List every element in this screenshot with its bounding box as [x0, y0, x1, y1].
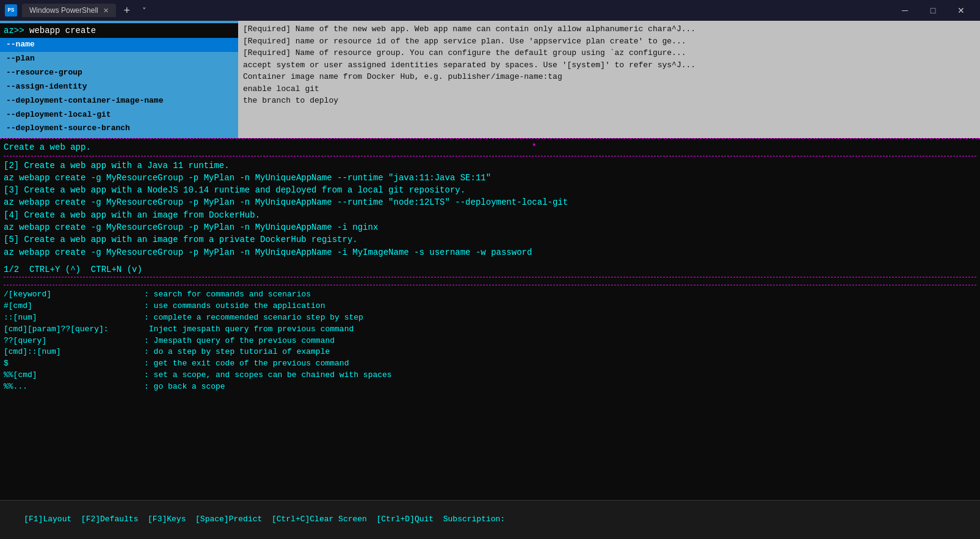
- ac-desc-rg: [Required] Name of resource group. You c…: [243, 47, 975, 59]
- powershell-tab[interactable]: Windows PowerShell ✕: [22, 4, 116, 17]
- app-icon: PS: [5, 4, 17, 16]
- tab-close-icon[interactable]: ✕: [103, 7, 109, 15]
- autocomplete-items-list: az>> webapp create --name --plan --resou…: [0, 21, 238, 138]
- autocomplete-descriptions: [Required] Name of the new web app. Web …: [238, 21, 980, 138]
- ac-desc-plan: [Required] name or resource id of the ap…: [243, 35, 975, 48]
- autocomplete-item-plan[interactable]: --plan: [0, 52, 238, 66]
- ac-desc-identity: accept system or user assigned identitie…: [243, 59, 975, 72]
- tab-bar: Windows PowerShell ✕ + ˅: [22, 0, 153, 21]
- autocomplete-item-resource-group[interactable]: --resource-group: [0, 66, 238, 80]
- help-item-keyword: /[keyword] : search for commands and sce…: [4, 289, 976, 301]
- section-header: Create a web app. *: [4, 140, 976, 155]
- help-item-jmespath-inject: [cmd][param]??[query]: Inject jmespath q…: [4, 324, 976, 336]
- help-item-back: %%... : go back a scope: [4, 381, 976, 393]
- help-item-scope: %%[cmd] : set a scope, and scopes can be…: [4, 370, 976, 381]
- ac-desc-branch: the branch to deploy: [243, 95, 975, 107]
- tab-dropdown-button[interactable]: ˅: [137, 0, 153, 21]
- example-4-command: az webapp create -g MyResourceGroup -p M…: [4, 221, 976, 233]
- example-2-header: [2] Create a web app with a Java 11 runt…: [4, 160, 976, 172]
- help-item-num: ::[num] : complete a recommended scenari…: [4, 312, 976, 324]
- close-button[interactable]: ✕: [947, 0, 975, 21]
- asterisk: *: [532, 141, 976, 153]
- tab-label: Windows PowerShell: [29, 6, 98, 15]
- autocomplete-item-assign-identity[interactable]: --assign-identity: [0, 80, 238, 94]
- autocomplete-item-deployment-local-git[interactable]: --deployment-local-git: [0, 108, 238, 122]
- prompt-display: az>> webapp create: [0, 23, 238, 38]
- help-item-cmd: #[cmd] : use commands outside the applic…: [4, 301, 976, 312]
- ac-desc-local-git: enable local git: [243, 83, 975, 95]
- terminal[interactable]: az>> webapp create --name --plan --resou…: [0, 21, 980, 539]
- pagination: 1/2 CTRL+Y (^) CTRL+N (v): [4, 263, 976, 276]
- example-4-header: [4] Create a web app with an image from …: [4, 209, 976, 221]
- maximize-button[interactable]: □: [919, 0, 947, 21]
- separator-1: [4, 156, 976, 156]
- example-2-command: az webapp create -g MyResourceGroup -p M…: [4, 172, 976, 184]
- help-item-jmespath-query: ??[query] : Jmespath query of the previo…: [4, 336, 976, 347]
- content-area: Create a web app. * [2] Create a web app…: [0, 140, 980, 393]
- bottom-bar-text: [F1]Layout [F2]Defaults [F3]Keys [Space]…: [24, 515, 505, 524]
- ac-desc-container: Container image name from Docker Hub, e.…: [243, 71, 975, 83]
- ac-desc-name: [Required] Name of the new web app. Web …: [243, 23, 975, 35]
- example-5-command: az webapp create -g MyResourceGroup -p M…: [4, 246, 976, 258]
- new-tab-button[interactable]: +: [117, 0, 137, 21]
- bottom-bar: [F1]Layout [F2]Defaults [F3]Keys [Space]…: [0, 500, 980, 539]
- spacer-3: [4, 279, 976, 284]
- separator-3: [4, 285, 976, 285]
- separator-2: [4, 277, 976, 277]
- spacer-2: [4, 258, 976, 263]
- help-item-exit-code: $ : get the exit code of the previous co…: [4, 358, 976, 370]
- autocomplete-item-deployment-container[interactable]: --deployment-container-image-name: [0, 94, 238, 108]
- window-controls: ─ □ ✕: [891, 0, 975, 21]
- example-5-header: [5] Create a web app with an image from …: [4, 233, 976, 246]
- help-item-cmd-num: [cmd]::[num] : do a step by step tutoria…: [4, 346, 976, 358]
- section-title: Create a web app.: [4, 141, 532, 153]
- example-3-header: [3] Create a web app with a NodeJS 10.14…: [4, 184, 976, 196]
- minimize-button[interactable]: ─: [891, 0, 919, 21]
- top-separator: [0, 138, 980, 139]
- example-3-command: az webapp create -g MyResourceGroup -p M…: [4, 196, 976, 208]
- autocomplete-item-deployment-branch[interactable]: --deployment-source-branch: [0, 122, 238, 136]
- titlebar: PS Windows PowerShell ✕ + ˅ ─ □ ✕: [0, 0, 980, 21]
- autocomplete-item-name[interactable]: --name: [0, 38, 238, 52]
- autocomplete-panel: az>> webapp create --name --plan --resou…: [0, 21, 980, 138]
